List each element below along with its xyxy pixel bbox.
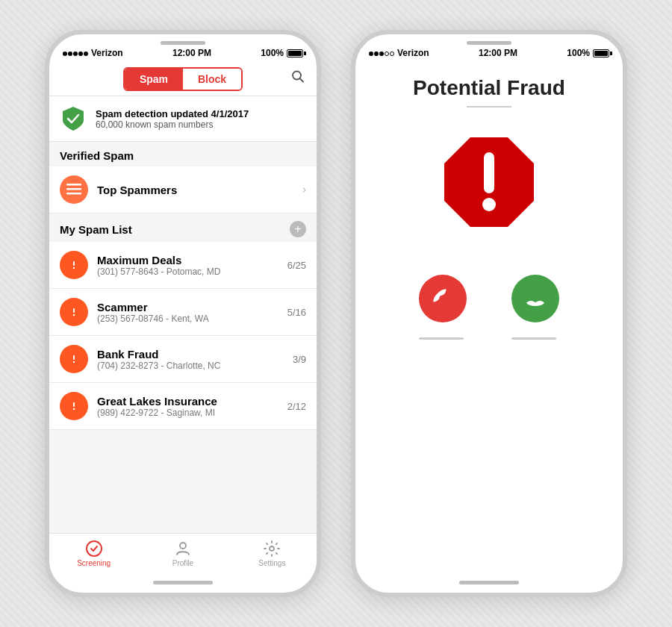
profile-label: Profile [172,559,193,567]
decline-label-line [419,337,464,340]
spam-item-icon-0 [60,251,88,279]
spam-item-meta-2: 3/9 [293,354,306,365]
spam-item-icon-1 [60,298,88,326]
settings-icon [263,540,281,558]
svg-point-17 [87,541,102,556]
time-2: 12:00 PM [479,48,517,58]
spam-item-1[interactable]: Scammer (253) 567-08746 - Kent, WA 5/16 [49,289,317,336]
search-button[interactable] [291,70,305,87]
spam-tab[interactable]: Spam [125,69,183,90]
bottom-fill [49,430,317,533]
top-spammers-text: Top Spammers [97,184,293,196]
spam-item-name-0: Maximum Deals [97,254,279,266]
top-spammers-label: Top Spammers [97,184,293,196]
screening-icon [85,540,103,558]
svg-rect-4 [66,193,81,195]
svg-point-22 [482,198,496,211]
exclamation-icon-0 [67,258,81,272]
banner-subtitle: 60,000 known spam numbers [96,119,249,130]
battery-icon [287,49,303,57]
speaker-2 [467,41,511,45]
fraud-divider [467,106,511,107]
exclamation-icon-2 [67,352,81,366]
decline-button[interactable] [419,275,467,322]
spam-item-text-2: Bank Fraud (704) 232-8273 - Charlotte, N… [97,348,284,371]
fraud-title: Potential Fraud [413,76,565,100]
decline-icon [432,288,453,309]
carrier-2: Verizon [397,48,429,58]
shield-icon [60,105,87,132]
spam-item-meta-3: 2/12 [287,401,306,412]
phone-bottom-bar-1 [49,572,317,593]
battery-fill-2 [594,51,608,56]
svg-rect-2 [66,184,81,186]
spam-item-name-2: Bank Fraud [97,348,284,361]
home-indicator-2 [459,581,519,584]
stop-sign-icon [437,130,541,234]
svg-rect-15 [73,402,75,407]
battery-fill [288,51,302,56]
call-buttons [419,275,559,322]
accept-icon [525,288,546,309]
accept-label-line [511,337,556,340]
svg-rect-21 [484,152,494,193]
spam-item-0[interactable]: Maximum Deals (301) 577-8643 - Potomac, … [49,242,317,289]
spam-item-name-3: Great Lakes Insurance [97,395,279,408]
spam-item-detail-1: (253) 567-08746 - Kent, WA [97,314,279,324]
fraud-icon-wrap [437,130,541,237]
spam-item-text-3: Great Lakes Insurance (989) 422-9722 - S… [97,395,279,418]
home-indicator-1 [153,581,213,584]
spam-item-icon-3 [60,392,88,420]
spam-item-3[interactable]: Great Lakes Insurance (989) 422-9722 - S… [49,383,317,430]
block-tab[interactable]: Block [183,69,241,90]
tab-bar-screening[interactable]: Screening [49,540,138,567]
spam-item-meta-0: 6/25 [287,260,306,271]
svg-point-10 [73,314,75,316]
accept-button[interactable] [511,275,559,322]
exclamation-icon-3 [67,399,81,413]
svg-point-13 [73,361,75,363]
svg-point-16 [73,408,75,410]
add-spam-button[interactable]: + [290,221,306,237]
svg-rect-6 [73,261,75,266]
svg-rect-9 [73,308,75,313]
status-bar-1: Verizon 12:00 PM 100% [49,45,317,61]
status-left: Verizon [63,48,123,58]
phone-2: Verizon 12:00 PM 100% Potential Fraud [351,30,627,597]
search-icon [291,70,305,84]
signal-dots-2 [369,48,395,58]
banner-text: Spam detection updated 4/1/2017 60,000 k… [96,108,249,130]
settings-label: Settings [258,559,285,567]
signal-dots [63,48,89,58]
spam-item-icon-2 [60,345,88,373]
tab-bar-settings[interactable]: Settings [228,540,317,567]
time: 12:00 PM [172,48,211,58]
nav-tabs: Spam Block [49,61,317,96]
fraud-screen: Potential Fraud [355,61,623,572]
phone-top-bar-2 [355,34,623,45]
bottom-tab-bar: Screening Profile Settings [49,533,317,572]
battery-percent-2: 100% [567,48,590,58]
status-left-2: Verizon [369,48,429,58]
phone-bottom-bar-2 [355,572,623,593]
svg-point-18 [180,543,186,549]
status-right-2: 100% [567,48,609,58]
status-bar-2: Verizon 12:00 PM 100% [355,45,623,61]
spam-item-detail-0: (301) 577-8643 - Potomac, MD [97,266,279,277]
phone-content: Spam Block Spam detection updated 4/1/20… [49,61,317,572]
speaker [161,41,205,45]
spam-list-header: My Spam List + [49,213,317,242]
banner-title: Spam detection updated 4/1/2017 [96,108,249,119]
tab-bar-profile[interactable]: Profile [138,540,227,567]
svg-point-19 [270,546,274,551]
exclamation-icon-1 [67,305,81,319]
carrier: Verizon [91,48,123,58]
top-spammers-item[interactable]: Top Spammers › [49,166,317,213]
screening-label: Screening [77,559,111,567]
spam-item-2[interactable]: Bank Fraud (704) 232-8273 - Charlotte, N… [49,336,317,383]
spam-item-detail-3: (989) 422-9722 - Saginaw, MI [97,408,279,418]
phone-top-bar [49,34,317,45]
status-right: 100% [261,48,303,58]
tab-group: Spam Block [123,67,243,91]
decline-label [419,337,467,340]
